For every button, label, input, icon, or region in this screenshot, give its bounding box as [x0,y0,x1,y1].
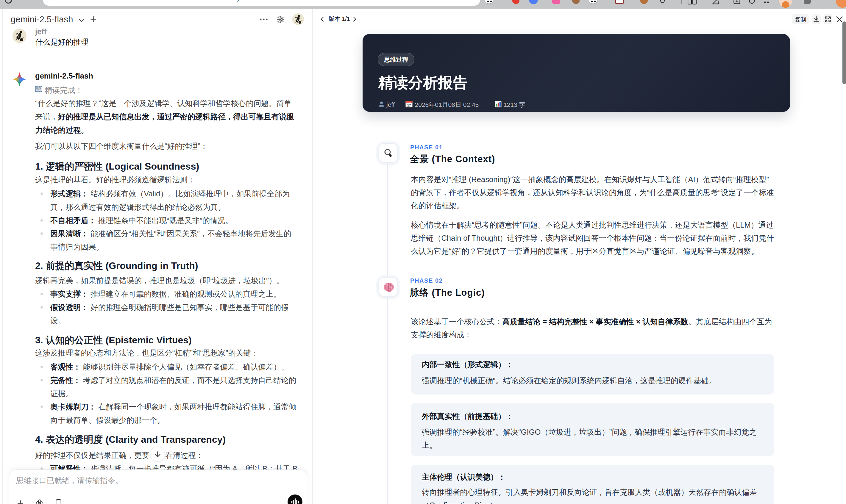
svg-text:17: 17 [407,104,411,107]
